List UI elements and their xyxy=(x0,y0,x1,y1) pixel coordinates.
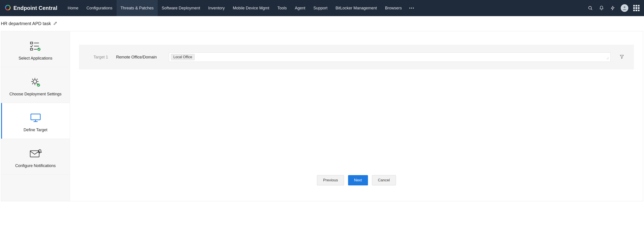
nav-support[interactable]: Support xyxy=(309,0,332,16)
nav-configurations[interactable]: Configurations xyxy=(82,0,116,16)
lightning-icon[interactable] xyxy=(610,5,616,11)
step-label: Select Applications xyxy=(5,56,66,61)
nav-bitlocker[interactable]: BitLocker Management xyxy=(332,0,381,16)
svg-point-17 xyxy=(33,80,37,83)
step-define-target[interactable]: Define Target xyxy=(1,103,70,139)
monitor-icon xyxy=(5,111,66,124)
list-check-icon xyxy=(5,39,66,53)
svg-point-7 xyxy=(588,6,592,9)
nav-more-icon[interactable] xyxy=(406,0,418,16)
svg-point-4 xyxy=(409,8,410,9)
step-label: Configure Notifications xyxy=(5,163,66,168)
bell-icon[interactable] xyxy=(598,5,605,11)
target-field-label: Remote Office/Domain xyxy=(116,55,161,60)
next-button[interactable]: Next xyxy=(348,175,368,185)
step-choose-deployment-settings[interactable]: Choose Deployment Settings xyxy=(1,67,70,103)
resize-handle-icon[interactable] xyxy=(606,56,609,60)
svg-point-18 xyxy=(37,84,40,87)
brand-name: Endpoint Central xyxy=(14,5,58,11)
svg-rect-14 xyxy=(30,48,33,50)
top-nav: Endpoint Central Home Configurations Thr… xyxy=(0,0,644,16)
previous-button[interactable]: Previous xyxy=(317,175,344,185)
svg-point-6 xyxy=(413,8,414,9)
nav-agent[interactable]: Agent xyxy=(291,0,309,16)
remote-office-domain-input[interactable]: Local Office xyxy=(169,52,611,62)
nav-inventory[interactable]: Inventory xyxy=(204,0,229,16)
target-card: Target 1 Remote Office/Domain Local Offi… xyxy=(79,45,634,69)
search-icon[interactable] xyxy=(587,5,594,11)
svg-line-8 xyxy=(591,9,592,10)
filter-icon[interactable] xyxy=(619,54,625,61)
svg-point-5 xyxy=(411,8,412,9)
step-configure-notifications[interactable]: Configure Notifications xyxy=(1,139,70,175)
apps-grid-icon[interactable] xyxy=(633,5,640,11)
nav-mobile-device-mgmt[interactable]: Mobile Device Mgmt xyxy=(229,0,273,16)
gear-check-icon xyxy=(5,75,66,89)
envelope-bell-icon xyxy=(5,147,66,160)
svg-point-16 xyxy=(37,48,40,51)
avatar[interactable] xyxy=(621,4,628,12)
target-index-label: Target 1 xyxy=(88,55,108,60)
edit-icon[interactable] xyxy=(54,22,57,26)
chip-local-office[interactable]: Local Office xyxy=(171,54,194,60)
step-label: Define Target xyxy=(5,128,66,132)
footer-buttons: Previous Next Cancel xyxy=(79,168,634,194)
nav-home[interactable]: Home xyxy=(64,0,82,16)
nav-items: Home Configurations Threats & Patches So… xyxy=(64,0,418,16)
svg-rect-19 xyxy=(31,114,40,120)
nav-browsers[interactable]: Browsers xyxy=(381,0,406,16)
page-title: HR department APD task xyxy=(1,21,51,26)
nav-tools[interactable]: Tools xyxy=(273,0,291,16)
svg-marker-9 xyxy=(611,6,614,10)
nav-threats-patches[interactable]: Threats & Patches xyxy=(116,0,158,16)
brand: Endpoint Central xyxy=(4,4,58,12)
nav-right xyxy=(587,4,640,12)
svg-point-10 xyxy=(624,6,626,8)
step-label: Choose Deployment Settings xyxy=(5,92,66,97)
brand-logo-icon xyxy=(4,4,11,12)
cancel-button[interactable]: Cancel xyxy=(372,175,396,185)
wizard-steps: Select Applications Choose Deployment Se… xyxy=(1,31,70,201)
chip-text-input[interactable] xyxy=(197,54,607,60)
wizard-content: Target 1 Remote Office/Domain Local Offi… xyxy=(70,31,643,201)
page-title-row: HR department APD task xyxy=(0,16,644,31)
svg-rect-22 xyxy=(30,151,39,157)
wizard: Select Applications Choose Deployment Se… xyxy=(1,31,643,201)
step-select-applications[interactable]: Select Applications xyxy=(1,31,70,67)
svg-rect-11 xyxy=(30,42,33,44)
svg-marker-24 xyxy=(620,55,624,59)
nav-software-deployment[interactable]: Software Deployment xyxy=(158,0,204,16)
